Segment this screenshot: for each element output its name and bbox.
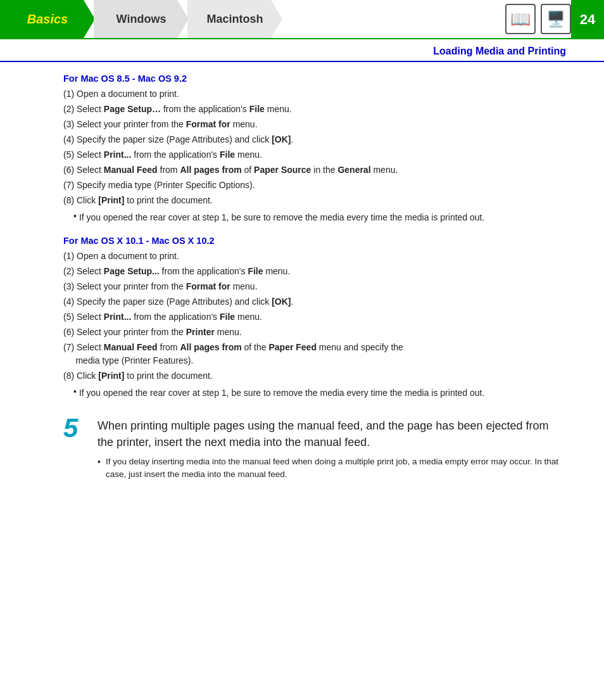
header: Basics Windows Macintosh 📖 🖥️ 24 xyxy=(0,0,604,39)
monitor-icon: 🖥️ xyxy=(546,10,565,28)
list-item: (8) Click [Print] to print the document. xyxy=(63,194,566,207)
content: For Mac OS 8.5 - Mac OS 9.2 (1) Open a d… xyxy=(0,73,604,500)
section1-heading: For Mac OS 8.5 - Mac OS 9.2 xyxy=(63,73,566,84)
monitor-icon-box: 🖥️ xyxy=(541,4,571,34)
section2-steps: (1) Open a document to print. (2) Select… xyxy=(63,250,566,383)
list-item: (4) Specify the paper size (Page Attribu… xyxy=(63,295,566,309)
bullet-icon: • xyxy=(73,386,77,400)
step5-main-text: When printing multiple pages using the m… xyxy=(98,417,566,450)
section1-note-text: If you opened the rear cover at step 1, … xyxy=(79,211,484,224)
list-item: (8) Click [Print] to print the document. xyxy=(63,369,566,383)
list-item: (5) Select Print... from the application… xyxy=(63,148,566,162)
section1: For Mac OS 8.5 - Mac OS 9.2 (1) Open a d… xyxy=(63,73,566,224)
list-item: (7) Select Manual Feed from All pages fr… xyxy=(63,341,566,367)
list-item: (2) Select Page Setup… from the applicat… xyxy=(63,103,566,116)
list-item: (3) Select your printer from the Format … xyxy=(63,118,566,131)
section2-note: • If you opened the rear cover at step 1… xyxy=(73,386,566,400)
section2: For Mac OS X 10.1 - Mac OS X 10.2 (1) Op… xyxy=(63,236,566,400)
step5-number: 5 xyxy=(63,415,86,442)
section1-steps: (1) Open a document to print. (2) Select… xyxy=(63,87,566,207)
list-item: (7) Specify media type (Printer Specific… xyxy=(63,179,566,192)
tab-basics[interactable]: Basics xyxy=(0,0,95,38)
bullet-icon: • xyxy=(98,455,101,481)
step5-section: 5 When printing multiple pages using the… xyxy=(63,417,566,481)
list-item: (6) Select your printer from the Printer… xyxy=(63,326,566,339)
step5-content: When printing multiple pages using the m… xyxy=(98,417,566,481)
page-title: Loading Media and Printing xyxy=(433,46,566,56)
tab-macintosh-label: Macintosh xyxy=(206,13,263,26)
tab-windows[interactable]: Windows xyxy=(94,0,189,38)
section1-note: • If you opened the rear cover at step 1… xyxy=(73,211,566,224)
list-item: (3) Select your printer from the Format … xyxy=(63,280,566,293)
list-item: (1) Open a document to print. xyxy=(63,250,566,263)
page-number: 24 xyxy=(571,0,604,39)
list-item: (2) Select Page Setup... from the applic… xyxy=(63,265,566,278)
page-title-bar: Loading Media and Printing xyxy=(0,39,604,62)
list-item: (1) Open a document to print. xyxy=(63,87,566,101)
list-item: (6) Select Manual Feed from All pages fr… xyxy=(63,163,566,177)
list-item: (5) Select Print... from the application… xyxy=(63,310,566,324)
list-item: (4) Specify the paper size (Page Attribu… xyxy=(63,133,566,146)
step5-note-text: If you delay inserting media into the ma… xyxy=(106,455,566,481)
section2-note-text: If you opened the rear cover at step 1, … xyxy=(79,386,484,400)
bullet-icon: • xyxy=(73,211,77,224)
header-icons: 📖 🖥️ xyxy=(505,0,571,38)
book-icon-box: 📖 xyxy=(505,4,536,34)
book-icon: 📖 xyxy=(510,10,531,29)
tab-basics-label: Basics xyxy=(27,12,68,27)
tab-windows-label: Windows xyxy=(116,13,167,26)
tab-macintosh[interactable]: Macintosh xyxy=(187,0,282,38)
section2-heading: For Mac OS X 10.1 - Mac OS X 10.2 xyxy=(63,236,566,246)
step5-note: • If you delay inserting media into the … xyxy=(98,455,566,481)
